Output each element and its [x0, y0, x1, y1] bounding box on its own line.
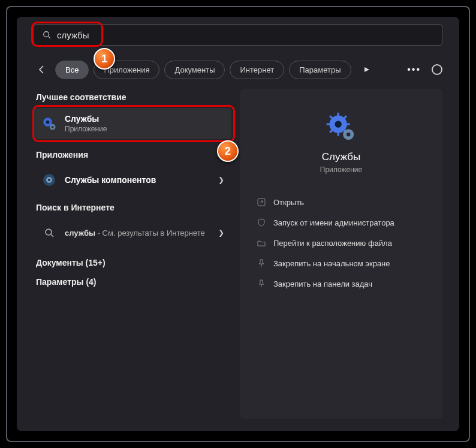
app-result-item[interactable]: Службы компонентов ❯ — [34, 166, 231, 194]
app-result-title: Службы компонентов — [65, 175, 211, 185]
search-icon — [41, 224, 58, 241]
action-admin-label: Запуск от имени администратора — [273, 218, 394, 227]
step-badge-2: 2 — [217, 140, 239, 162]
svg-point-0 — [44, 32, 49, 37]
overflow-next-icon[interactable] — [358, 61, 375, 78]
best-match-text: Службы Приложение — [65, 114, 224, 133]
step-badge-1: 1 — [94, 48, 115, 70]
filter-documents[interactable]: Документы — [164, 61, 225, 79]
svg-line-1 — [49, 37, 51, 39]
svg-point-22 — [347, 133, 351, 137]
svg-line-10 — [51, 234, 53, 237]
svg-point-12 — [335, 121, 341, 127]
svg-line-19 — [330, 130, 332, 133]
action-pin-taskbar[interactable]: Закрепить на панели задач — [251, 273, 432, 294]
chevron-right-icon: ❯ — [218, 176, 224, 184]
open-icon — [257, 197, 266, 207]
action-open[interactable]: Открыть — [251, 192, 432, 212]
chevron-right-icon: ❯ — [218, 228, 224, 237]
filter-settings[interactable]: Параметры — [289, 61, 351, 79]
window-frame: Все Приложения Документы Интернет Параме… — [6, 6, 470, 442]
gears-icon — [326, 112, 357, 143]
svg-point-5 — [52, 126, 54, 128]
pin-icon — [257, 258, 266, 268]
action-pin-start-label: Закрепить на начальном экране — [273, 259, 390, 268]
best-match-item[interactable]: Службы Приложение — [34, 108, 231, 139]
web-result-title: службы - См. результаты в Интернете — [65, 228, 211, 237]
section-best-match: Лучшее соответствие — [36, 92, 231, 102]
component-services-icon — [41, 172, 58, 188]
search-bar-container — [17, 24, 442, 46]
filter-all[interactable]: Все — [55, 61, 89, 79]
circle-icon[interactable] — [432, 64, 442, 75]
results-column: Лучшее соответствие Службы Приложение Пр… — [34, 89, 231, 419]
best-match-sub: Приложение — [65, 125, 224, 133]
filter-internet[interactable]: Интернет — [230, 61, 284, 79]
preview-sub: Приложение — [251, 166, 432, 174]
web-result-item[interactable]: службы - См. результаты в Интернете ❯ — [34, 218, 231, 247]
action-run-admin[interactable]: Запуск от имени администратора — [251, 212, 432, 233]
pin-icon — [257, 279, 266, 288]
back-button[interactable] — [34, 61, 50, 78]
preview-title: Службы — [251, 151, 432, 163]
section-documents[interactable]: Документы (15+) — [36, 258, 231, 267]
action-pin-taskbar-label: Закрепить на панели задач — [273, 279, 372, 288]
search-panel: Все Приложения Документы Интернет Параме… — [17, 17, 459, 431]
svg-line-20 — [344, 116, 347, 118]
app-result-text: Службы компонентов — [65, 175, 211, 185]
section-settings[interactable]: Параметры (4) — [36, 277, 231, 287]
best-match-title: Службы — [65, 114, 224, 124]
search-input[interactable] — [57, 30, 433, 40]
more-icon[interactable]: ••• — [407, 64, 421, 75]
svg-point-8 — [48, 179, 50, 181]
gears-icon — [41, 115, 58, 132]
svg-line-17 — [330, 116, 332, 118]
action-pin-start[interactable]: Закрепить на начальном экране — [251, 253, 432, 273]
shield-icon — [257, 218, 266, 227]
web-result-text: службы - См. результаты в Интернете — [65, 228, 211, 237]
svg-point-9 — [46, 229, 52, 235]
search-icon — [43, 31, 51, 39]
search-bar[interactable] — [34, 24, 442, 46]
action-location-label: Перейти к расположению файла — [273, 239, 392, 248]
preview-panel: Службы Приложение Открыть Запуск от имен… — [240, 89, 442, 419]
section-web: Поиск в Интернете — [36, 203, 231, 212]
svg-point-3 — [46, 121, 50, 124]
section-apps: Приложения — [36, 150, 231, 160]
action-open-label: Открыть — [273, 198, 304, 207]
toolbar-right: ••• — [407, 64, 442, 75]
folder-icon — [257, 238, 266, 248]
action-open-location[interactable]: Перейти к расположению файла — [251, 233, 432, 253]
